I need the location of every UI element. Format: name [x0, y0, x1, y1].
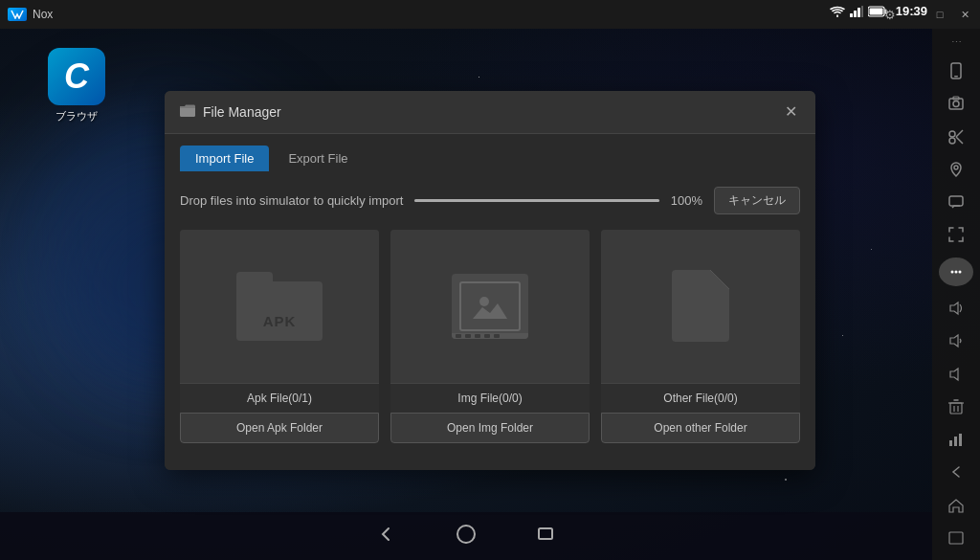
cancel-button[interactable]: キャンセル — [714, 187, 800, 214]
open-other-folder-button[interactable]: Open other Folder — [601, 413, 800, 443]
other-file-card: Other File(0/0) Open other Folder — [601, 230, 800, 443]
progress-bar-container — [414, 199, 658, 202]
corner-svg — [710, 270, 729, 289]
open-apk-folder-button[interactable]: Open Apk Folder — [180, 413, 379, 443]
import-progress-bar: Drop files into simulator to quickly imp… — [180, 187, 800, 214]
photo-frame — [459, 281, 521, 331]
apk-folder-graphic: APK — [236, 272, 323, 341]
apk-file-count: Apk File(0/1) — [180, 383, 379, 413]
perf — [465, 334, 471, 338]
apk-card-preview: APK — [180, 230, 379, 383]
dialog-title-area: File Manager — [180, 103, 281, 120]
file-cards-grid: APK Apk File(0/1) Open Apk Folder — [180, 230, 800, 443]
file-manager-icon — [180, 103, 195, 120]
apk-file-card: APK Apk File(0/1) Open Apk Folder — [180, 230, 379, 443]
tab-export-file[interactable]: Export File — [273, 146, 363, 171]
perf — [484, 334, 490, 338]
svg-point-33 — [479, 297, 489, 306]
file-corner-crease — [710, 270, 729, 289]
apk-text-label: APK — [236, 313, 323, 329]
dialog-header: File Manager ✕ — [165, 91, 815, 134]
dialog-close-button[interactable]: ✕ — [781, 102, 800, 122]
folder-icon-svg — [180, 103, 195, 117]
import-label-text: Drop files into simulator to quickly imp… — [180, 193, 403, 208]
perf — [456, 334, 461, 338]
progress-percent: 100% — [671, 193, 702, 208]
img-card-preview — [390, 230, 590, 383]
img-icon-graphic — [452, 274, 528, 339]
file-icon-graphic — [672, 270, 729, 342]
film-perfs — [452, 334, 528, 338]
file-manager-dialog: File Manager ✕ Import File Export File D… — [165, 91, 815, 470]
img-file-card: Img File(0/0) Open Img Folder — [390, 230, 590, 443]
img-file-count: Img File(0/0) — [390, 383, 590, 413]
other-file-count: Other File(0/0) — [601, 383, 800, 413]
dialog-tabs: Import File Export File — [165, 134, 815, 171]
dialog-title-text: File Manager — [203, 104, 281, 120]
perf — [494, 334, 500, 338]
dialog-content: Drop files into simulator to quickly imp… — [165, 171, 815, 470]
dialog-overlay: File Manager ✕ Import File Export File D… — [0, 0, 980, 560]
folder-body: APK — [236, 281, 323, 341]
photo-icon-svg — [473, 292, 507, 321]
tab-import-file[interactable]: Import File — [180, 146, 269, 171]
perf — [475, 334, 480, 338]
other-card-preview — [601, 230, 800, 383]
open-img-folder-button[interactable]: Open Img Folder — [390, 413, 590, 443]
progress-bar-fill — [414, 199, 658, 202]
